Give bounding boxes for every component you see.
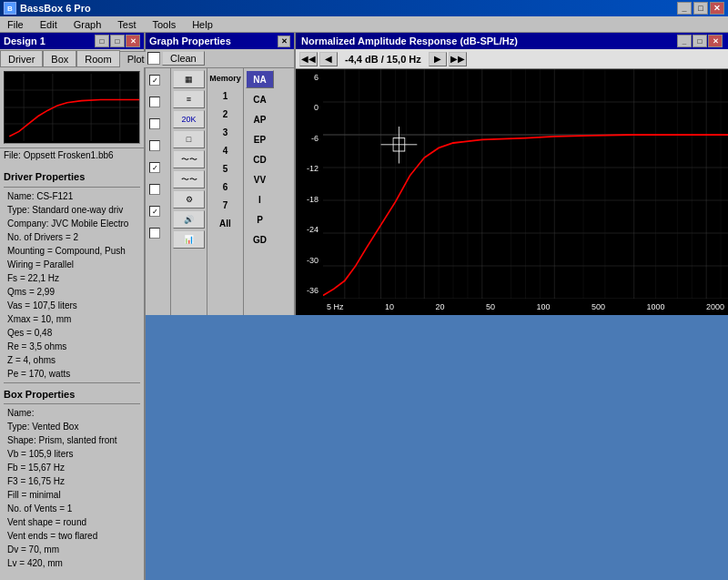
ch-btn-gd[interactable]: GD [246,230,274,249]
gp-icon-btn-9[interactable]: 📊 [173,230,205,249]
x-label-5hz: 5 Hz [327,302,344,311]
gp-icon-btn-3[interactable]: 20K [173,110,205,128]
box-properties-title: Box Properties [4,387,140,402]
prop-no-drivers: No. of Drivers = 2 [4,230,140,244]
gp-icon-btn-6[interactable]: 〜〜 [173,170,205,188]
x-label-2000: 2000 [706,302,724,311]
tab-room[interactable]: Room [76,50,119,66]
divider-1 [4,187,140,188]
prop-name: Name: CS-F121 [4,189,140,203]
ch-btn-cd[interactable]: CD [246,150,274,168]
app-icon: B [4,2,16,15]
nav-value: -4,4 dB / 15,0 Hz [339,54,427,65]
gp-content-area: ✓ ✓ [146,68,294,315]
mem-6: 6 [223,178,228,196]
gp-cb-row6[interactable] [149,184,160,195]
tab-driver[interactable]: Driver [0,50,43,66]
close-button[interactable]: ✕ [710,2,724,15]
tab-box[interactable]: Box [43,50,76,66]
graph-props-title-bar: Graph Properties ✕ [146,33,294,49]
design-restore-button[interactable]: □ [95,35,109,47]
gp-icon-btn-8[interactable]: 🔊 [173,210,205,229]
box-vent-shape: Vent shape = round [4,515,140,529]
mem-3: 3 [223,123,228,141]
gp-row-1: ✓ [147,70,168,90]
menu-help[interactable]: Help [188,18,217,31]
y-label-n6: -6 [298,134,321,143]
mem-7: 7 [223,196,228,214]
prop-wiring: Wiring = Parallel [4,258,140,271]
gp-left-icons: ✓ ✓ [146,68,171,315]
gp-checkbox-1[interactable] [147,52,160,65]
box-no-vents: No. of Vents = 1 [4,502,140,515]
properties-content: Driver Properties Name: CS-F121 Type: St… [0,162,144,580]
main-area: Design 1 □ □ ✕ Driver Box Room Plot [0,33,728,580]
prop-qms: Qms = 2,99 [4,285,140,299]
maximize-button[interactable]: □ [693,2,708,15]
gp-icon-btn-2[interactable]: ≡ [173,90,205,108]
ch-btn-vv[interactable]: VV [246,170,274,188]
box-dv: Dv = 70, mm [4,543,140,556]
x-axis-row: 5 Hz 10 20 50 100 500 1000 2000 [296,299,728,315]
gp-cb-row4[interactable] [149,140,160,151]
minimize-button[interactable]: _ [677,2,692,15]
graph-title-bar: Normalized Amplitude Response (dB-SPL/Hz… [296,33,728,49]
ch-btn-i[interactable]: I [246,190,274,209]
mem-1: 1 [223,86,228,105]
graph-restore-button[interactable]: _ [677,35,692,47]
divider-3 [4,403,140,404]
graph-window-controls: _ □ ✕ [677,35,723,47]
nav-next-button[interactable]: ▶ [429,52,447,66]
menu-tools[interactable]: Tools [148,18,179,31]
box-f3: F3 = 16,75 Hz [4,474,140,488]
gp-memory-col: Memory 1 2 3 4 5 6 7 All [207,68,244,315]
menu-test[interactable]: Test [114,18,139,31]
prop-mounting: Mounting = Compound, Push [4,244,140,258]
gp-icon-btn-1[interactable]: ▦ [173,70,205,88]
gp-icon-btn-7[interactable]: ⚙ [173,190,205,209]
gp-row-5: ✓ [147,158,168,178]
gp-close-button[interactable]: ✕ [278,36,290,47]
file-label: File: Oppsett Frosken1.bb6 [0,148,144,162]
gp-cb-row1[interactable]: ✓ [149,75,160,86]
gp-toolbar: Clean [146,49,294,68]
ch-btn-na[interactable]: NA [246,70,274,88]
prop-type: Type: Standard one-way driv [4,203,140,217]
prop-xmax: Xmax = 10, mm [4,312,140,326]
y-label-n18: -18 [298,195,321,204]
app-title: BassBox 6 Pro [20,3,91,14]
gp-icon-btn-5[interactable]: 〜〜 [173,150,205,168]
prop-company: Company: JVC Mobile Electro [4,217,140,230]
x-label-20: 20 [435,302,444,311]
ch-btn-ca[interactable]: CA [246,90,274,108]
menu-file[interactable]: File [4,18,27,31]
nav-left-button[interactable]: ◀◀ [299,52,318,66]
box-fb: Fb = 15,67 Hz [4,461,140,474]
graph-close-button[interactable]: ✕ [708,35,723,47]
graph-plot-area: 6 0 -6 -12 -18 -24 -30 -36 [296,69,728,299]
nav-prev-button[interactable]: ◀ [319,52,338,66]
gp-cb-row3[interactable] [149,118,160,129]
nav-right-button[interactable]: ▶▶ [449,52,467,66]
ch-btn-ep[interactable]: EP [246,130,274,148]
gp-cb-row2[interactable] [149,97,160,107]
menu-edit[interactable]: Edit [36,18,61,31]
gp-cb-row7[interactable]: ✓ [149,206,160,217]
ch-btn-p[interactable]: P [246,210,274,229]
clean-button[interactable]: Clean [162,51,205,66]
menu-graph[interactable]: Graph [70,18,106,31]
mem-5: 5 [223,159,228,178]
gp-cb-row5[interactable]: ✓ [149,162,160,173]
gp-row-3 [147,114,168,134]
design-close-button[interactable]: ✕ [126,35,140,47]
x-label-50: 50 [486,302,495,311]
gp-icon-btn-4[interactable]: □ [173,130,205,148]
ch-btn-ap[interactable]: AP [246,110,274,128]
gp-cb-row8[interactable] [149,228,160,239]
design-maximize-button[interactable]: □ [110,35,125,47]
gp-row-8 [147,223,168,243]
graph-maximize-button[interactable]: □ [693,35,707,47]
graph-properties-panel: Graph Properties ✕ Clean ✓ [146,33,296,315]
y-label-6: 6 [298,73,321,82]
mem-4: 4 [223,141,228,159]
